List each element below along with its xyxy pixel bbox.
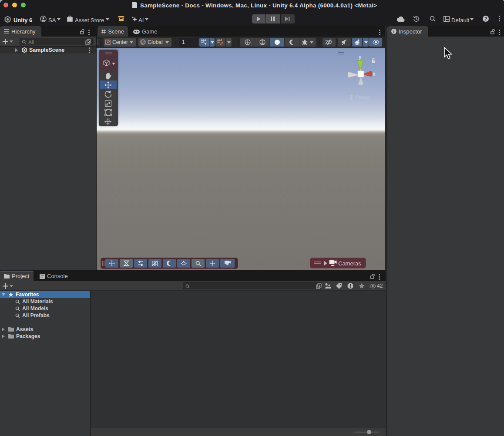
- svg-text:?: ?: [484, 17, 487, 21]
- svg-text:x: x: [373, 71, 376, 77]
- svg-text:y: y: [359, 54, 362, 60]
